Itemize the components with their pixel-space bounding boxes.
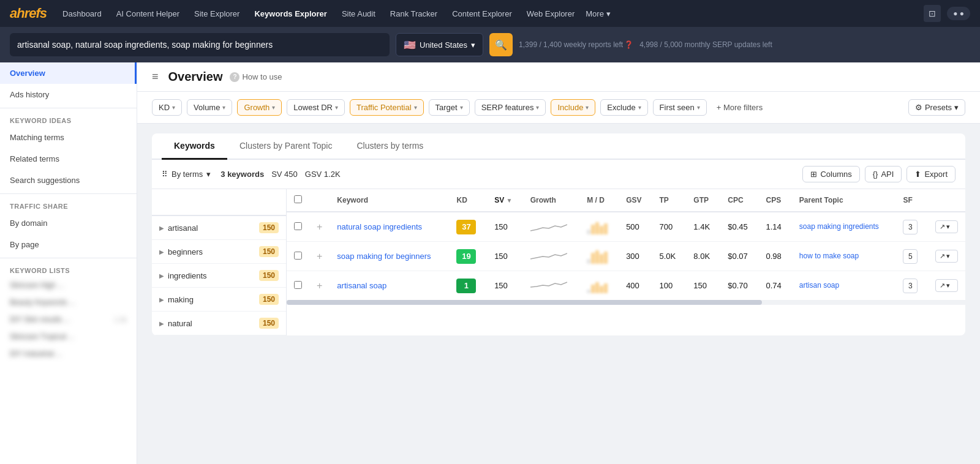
filter-exclude[interactable]: Exclude ▾ <box>600 99 647 116</box>
sidebar-item-overview[interactable]: Overview <box>0 62 137 84</box>
term-row-ingredients[interactable]: ▶ ingredients 150 <box>152 264 286 288</box>
nav-site-audit[interactable]: Site Audit <box>336 6 382 22</box>
tp-value: 5.0K <box>652 242 686 271</box>
filter-include[interactable]: Include ▾ <box>551 99 595 116</box>
search-input[interactable] <box>17 40 382 50</box>
row-add-button[interactable]: + <box>309 242 330 271</box>
sidebar-item-ads-history[interactable]: Ads history <box>0 84 137 105</box>
term-row-beginners[interactable]: ▶ beginners 150 <box>152 240 286 264</box>
gsv-value: 500 <box>619 212 652 242</box>
keyword-link[interactable]: natural soap ingredients <box>337 222 422 231</box>
sv-value: 150 <box>487 242 523 271</box>
chevron-down-icon: ▾ <box>638 104 641 111</box>
keyword-link[interactable]: artisanal soap <box>337 281 386 290</box>
trend-button[interactable]: ↗ ▾ <box>935 279 958 292</box>
row-checkbox[interactable] <box>294 222 302 230</box>
sidebar-list-item-3[interactable]: DIY Skin results ... 1.2k <box>0 311 137 328</box>
nav-rank-tracker[interactable]: Rank Tracker <box>384 6 443 22</box>
page-title: Overview <box>168 70 223 84</box>
sidebar-item-by-page[interactable]: By page <box>0 234 137 255</box>
sidebar-item-related-terms[interactable]: Related terms <box>0 148 137 170</box>
filter-volume[interactable]: Volume ▾ <box>187 99 232 116</box>
nav-keywords-explorer[interactable]: Keywords Explorer <box>248 6 333 22</box>
sidebar-list-item-2[interactable]: Beauty Keywords ... <box>0 294 137 311</box>
list-item-label: DIY Skin results ... <box>10 315 70 324</box>
nav-content-explorer[interactable]: Content Explorer <box>446 6 518 22</box>
columns-icon: ⊞ <box>810 170 817 179</box>
term-row-natural[interactable]: ▶ natural 150 <box>152 312 286 335</box>
filters-bar: KD ▾ Volume ▾ Growth ▾ Lowest DR ▾ Traff… <box>137 92 980 124</box>
tab-keywords[interactable]: Keywords <box>162 133 227 160</box>
nav-site-explorer[interactable]: Site Explorer <box>188 6 246 22</box>
more-filters-button[interactable]: + More filters <box>712 100 768 115</box>
row-add-button[interactable]: + <box>309 212 330 242</box>
how-to-use[interactable]: ? How to use <box>230 72 282 82</box>
parent-topic-link[interactable]: soap making ingredients <box>799 222 879 231</box>
trend-button[interactable]: ↗ ▾ <box>935 220 958 233</box>
filter-growth[interactable]: Growth ▾ <box>237 99 282 116</box>
sidebar-item-search-suggestions[interactable]: Search suggestions <box>0 170 137 191</box>
col-cpc: CPC <box>720 189 758 212</box>
chevron-down-icon: ▾ <box>172 104 175 111</box>
chevron-down-icon: ▾ <box>222 104 225 111</box>
tab-clusters-terms[interactable]: Clusters by terms <box>344 133 435 160</box>
col-sv[interactable]: SV ▼ <box>487 189 523 212</box>
nav-more[interactable]: More ▾ <box>586 9 611 18</box>
parent-topic-link[interactable]: artisan soap <box>799 281 839 290</box>
user-menu[interactable]: ● ● <box>947 7 970 20</box>
api-button[interactable]: {} API <box>865 166 902 182</box>
country-flag: 🇺🇸 <box>404 39 416 51</box>
ahrefs-logo[interactable]: ahrefs <box>10 6 47 21</box>
list-item-label: Skincare Tropical ... <box>10 332 74 341</box>
hamburger-icon[interactable]: ≡ <box>152 70 159 83</box>
sidebar-item-by-domain[interactable]: By domain <box>0 212 137 234</box>
sidebar-list-item-1[interactable]: Skincare High ... <box>0 277 137 294</box>
filter-traffic-potential[interactable]: Traffic Potential ▾ <box>350 99 424 116</box>
by-terms-button[interactable]: ⠿ By terms ▾ <box>162 170 211 179</box>
nav-web-explorer[interactable]: Web Explorer <box>521 6 581 22</box>
growth-sparkline <box>530 248 567 263</box>
sidebar-item-matching-terms[interactable]: Matching terms <box>0 127 137 148</box>
filter-first-seen[interactable]: First seen ▾ <box>653 99 707 116</box>
horizontal-scrollbar[interactable] <box>287 300 965 305</box>
export-button[interactable]: ⬆ Export <box>907 166 956 182</box>
tp-value: 100 <box>652 271 686 301</box>
dots-icon: ⠿ <box>162 170 168 179</box>
row-add-button[interactable]: + <box>309 271 330 301</box>
scrollbar-thumb[interactable] <box>287 300 762 305</box>
monitor-icon[interactable]: ⊡ <box>924 5 941 22</box>
country-selector[interactable]: 🇺🇸 United States ▾ <box>396 33 483 56</box>
tab-clusters-parent[interactable]: Clusters by Parent Topic <box>227 133 344 160</box>
sv-value: 150 <box>487 212 523 242</box>
keyword-link[interactable]: soap making for beginners <box>337 252 431 261</box>
search-input-wrap <box>10 33 390 56</box>
row-checkbox[interactable] <box>294 281 302 289</box>
parent-topic-link[interactable]: how to make soap <box>799 252 859 260</box>
select-all-checkbox[interactable] <box>294 195 302 203</box>
nav-dashboard[interactable]: Dashboard <box>56 6 108 22</box>
cpc-value: $0.45 <box>720 212 758 242</box>
filter-serp-features[interactable]: SERP features ▾ <box>475 99 546 116</box>
sidebar-list-item-4[interactable]: Skincare Tropical ... <box>0 328 137 345</box>
term-row-artisanal[interactable]: ▶ artisanal 150 <box>152 216 286 240</box>
keywords-count: 3 keywords <box>221 170 264 179</box>
term-count: 150 <box>259 294 279 305</box>
data-table: Keyword KD SV ▼ Growth M / D GSV TP GTP … <box>287 189 965 335</box>
kd-badge: 1 <box>456 279 476 293</box>
sidebar-by-domain-label: By domain <box>10 219 47 228</box>
term-row-making[interactable]: ▶ making 150 <box>152 288 286 312</box>
question-icon[interactable]: ❓ <box>624 40 633 49</box>
columns-button[interactable]: ⊞ Columns <box>802 166 859 182</box>
filter-lowest-dr[interactable]: Lowest DR ▾ <box>287 99 345 116</box>
trend-button[interactable]: ↗ ▾ <box>935 250 958 263</box>
sidebar-matching-terms-label: Matching terms <box>10 133 64 142</box>
row-checkbox[interactable] <box>294 252 302 260</box>
sidebar-list-item-5[interactable]: DIY Industrial ... <box>0 345 137 362</box>
search-button[interactable]: 🔍 <box>489 33 513 56</box>
sidebar-section-keyword-ideas: Keyword ideas <box>0 111 137 127</box>
presets-button[interactable]: ⚙ Presets ▾ <box>908 99 965 116</box>
cps-value: 0.98 <box>758 242 791 271</box>
filter-target[interactable]: Target ▾ <box>429 99 470 116</box>
filter-kd[interactable]: KD ▾ <box>152 99 182 116</box>
nav-ai-content[interactable]: AI Content Helper <box>110 6 186 22</box>
